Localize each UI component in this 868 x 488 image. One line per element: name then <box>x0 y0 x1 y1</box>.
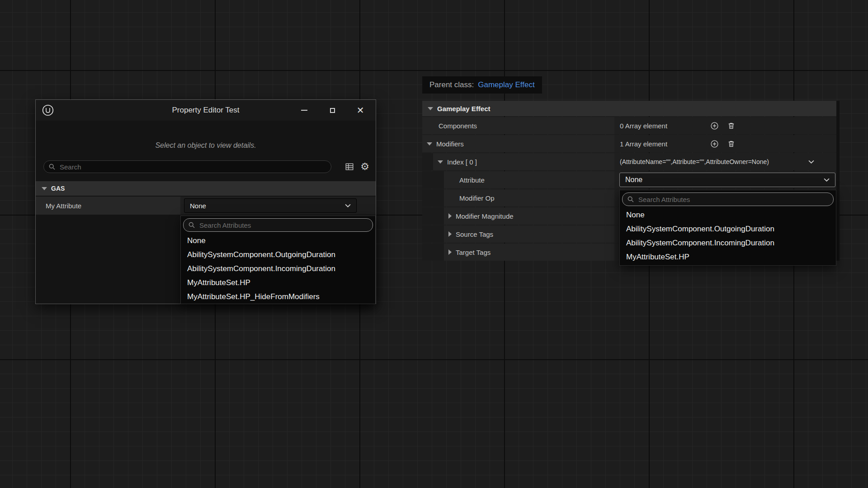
dropdown-item[interactable]: None <box>181 234 375 248</box>
row-my-attribute-name[interactable]: My Attribute <box>36 197 180 215</box>
trash-icon <box>727 122 736 130</box>
expander-down-icon[interactable] <box>427 142 432 145</box>
details-search-row: ⚙ <box>43 160 369 173</box>
dropdown-item[interactable]: MyAttributeSet.HP <box>620 250 836 264</box>
indent-guide <box>422 207 444 225</box>
scrollbar-track[interactable] <box>836 101 840 261</box>
search-input[interactable] <box>59 163 326 171</box>
search-icon <box>48 163 56 170</box>
search-icon <box>188 221 195 229</box>
add-element-button[interactable] <box>710 140 719 148</box>
expander-right-icon[interactable] <box>448 231 452 237</box>
dropdown-item[interactable]: MyAttributeSet.HP_HideFromModifiers <box>181 290 375 304</box>
row-source-tags-name[interactable]: Source Tags <box>422 225 614 243</box>
combobox-value: None <box>184 202 345 210</box>
row-index-0-name[interactable]: Index [ 0 ] <box>422 153 614 170</box>
row-label: Modifiers <box>436 140 464 148</box>
row-modifiers: Modifiers 1 Array element <box>422 135 840 152</box>
maximize-button[interactable] <box>329 107 336 114</box>
combobox-value: None <box>620 176 824 184</box>
category-label: GAS <box>51 185 65 192</box>
clear-array-button[interactable] <box>727 140 736 148</box>
row-modifiers-value: 1 Array element <box>614 135 840 152</box>
chevron-down-icon <box>808 160 814 164</box>
expander-down-icon[interactable] <box>42 187 47 190</box>
expander-down-icon[interactable] <box>438 160 443 164</box>
row-components-name[interactable]: Components <box>422 117 614 134</box>
plus-circle-icon <box>710 122 719 130</box>
search-box[interactable] <box>43 160 331 173</box>
minimize-icon <box>301 110 307 111</box>
expander-down-icon[interactable] <box>428 107 433 110</box>
category-row-gas[interactable]: GAS <box>36 181 376 196</box>
row-index-0-value: (AttributeName="",Attribute="",Attribute… <box>614 153 840 170</box>
row-attribute-value: None <box>614 171 840 188</box>
parent-class-label: Parent class: <box>429 80 474 89</box>
row-label: Index [ 0 ] <box>447 158 477 166</box>
row-modifier-op-name[interactable]: Modifier Op <box>422 189 614 206</box>
property-editor-window: Property Editor Test ✕ Select an object … <box>35 99 376 304</box>
category-row-gameplay-effect[interactable]: Gameplay Effect <box>422 101 840 116</box>
expander-right-icon[interactable] <box>448 249 452 255</box>
window-titlebar[interactable]: Property Editor Test ✕ <box>36 100 376 121</box>
row-modifiers-name[interactable]: Modifiers <box>422 135 614 152</box>
row-my-attribute-value: None <box>180 197 376 215</box>
expander-right-icon[interactable] <box>448 213 452 219</box>
attribute-combobox[interactable]: None <box>619 173 835 187</box>
add-element-button[interactable] <box>710 122 719 130</box>
dropdown-item[interactable]: None <box>620 208 836 222</box>
row-attribute-name[interactable]: Attribute <box>422 171 614 188</box>
row-modifier-magnitude-name[interactable]: Modifier Magnitude <box>422 207 614 225</box>
indent-guide <box>422 171 444 188</box>
maximize-icon <box>330 108 335 113</box>
row-target-tags-name[interactable]: Target Tags <box>422 244 614 261</box>
dropdown-item[interactable]: MyAttributeSet.HP <box>181 276 375 290</box>
parent-class-link[interactable]: Gameplay Effect <box>478 80 534 89</box>
parent-class-box: Parent class: Gameplay Effect <box>422 76 542 94</box>
dropdown-search-input[interactable] <box>198 221 368 230</box>
chevron-down-icon <box>345 204 351 207</box>
dropdown-search-box[interactable] <box>183 218 373 232</box>
settings-button[interactable]: ⚙ <box>360 162 369 172</box>
chevron-down-icon <box>824 178 830 182</box>
row-options-button[interactable] <box>808 160 814 164</box>
row-my-attribute: My Attribute None <box>36 197 376 215</box>
indent-guide <box>422 244 444 261</box>
graph-canvas[interactable]: Parent class: Gameplay Effect Gameplay E… <box>0 0 868 488</box>
row-label: Attribute <box>459 176 485 184</box>
row-label: Components <box>439 122 477 130</box>
row-label: Modifier Op <box>459 194 495 202</box>
dropdown-search-input[interactable] <box>637 195 829 204</box>
row-index-0: Index [ 0 ] (AttributeName="",Attribute=… <box>422 153 840 170</box>
indent-guide <box>422 153 433 170</box>
row-label: Modifier Magnitude <box>456 212 514 220</box>
search-icon <box>627 196 634 203</box>
clear-array-button[interactable] <box>727 122 736 130</box>
dropdown-item[interactable]: AbilitySystemComponent.OutgoingDuration <box>181 248 375 262</box>
minimize-button[interactable] <box>301 107 308 114</box>
gear-icon: ⚙ <box>360 162 369 172</box>
plus-circle-icon <box>710 140 719 148</box>
indent-guide <box>422 225 444 243</box>
close-button[interactable]: ✕ <box>357 107 364 114</box>
attribute-dropdown: None AbilitySystemComponent.OutgoingDura… <box>619 190 836 266</box>
table-view-icon <box>345 162 354 171</box>
trash-icon <box>727 140 736 148</box>
row-components: Components 0 Array element <box>422 117 840 134</box>
my-attribute-combobox[interactable]: None <box>184 198 357 213</box>
dropdown-item[interactable]: AbilitySystemComponent.IncomingDuration <box>620 236 836 250</box>
dropdown-item[interactable]: AbilitySystemComponent.IncomingDuration <box>181 262 375 276</box>
dropdown-item[interactable]: AbilitySystemComponent.OutgoingDuration <box>620 222 836 236</box>
view-options-button[interactable] <box>345 162 354 171</box>
empty-selection-hint: Select an object to view details. <box>36 141 376 150</box>
dropdown-search-box[interactable] <box>622 192 834 206</box>
array-count-text: 0 Array element <box>614 122 707 130</box>
my-attribute-dropdown: None AbilitySystemComponent.OutgoingDura… <box>180 216 376 304</box>
close-icon: ✕ <box>357 106 364 115</box>
window-controls: ✕ <box>301 107 376 114</box>
row-attribute: Attribute None <box>422 171 840 188</box>
row-label: My Attribute <box>46 202 81 210</box>
array-count-text: 1 Array element <box>614 140 707 148</box>
row-label: Source Tags <box>456 230 493 238</box>
struct-summary-text: (AttributeName="",Attribute="",Attribute… <box>614 158 769 165</box>
